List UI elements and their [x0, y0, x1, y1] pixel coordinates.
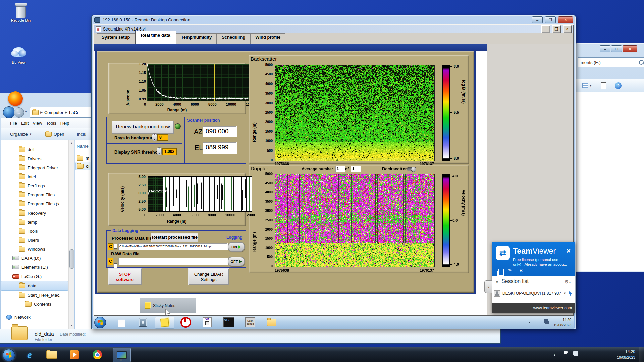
stop-software-button[interactable]: STOPsoftware — [108, 268, 142, 285]
chevron-down-icon[interactable]: ▼ — [563, 292, 566, 295]
scroll-down-icon[interactable]: ▼ — [69, 323, 74, 328]
display-icon[interactable] — [573, 351, 578, 355]
views-button[interactable]: ▼ — [582, 83, 592, 88]
taskbar-explorer[interactable] — [43, 348, 60, 361]
tree-item[interactable]: Drivers — [1, 154, 68, 163]
start-button[interactable] — [3, 349, 15, 361]
taskbar-internet-explorer[interactable]: e — [21, 348, 38, 361]
tree-item[interactable]: Users — [1, 236, 68, 245]
change-lidar-settings-button[interactable]: Change LiDARSettings — [188, 268, 229, 285]
remote-taskbar-control-app[interactable] — [133, 317, 152, 328]
tree-item[interactable]: Windows — [1, 245, 68, 254]
teamviewer-link[interactable]: www.teamviewer.com — [533, 306, 572, 310]
minimize-button[interactable]: – — [532, 16, 543, 23]
maximize-button[interactable]: □ — [611, 45, 622, 52]
tree-item[interactable]: Recovery — [1, 208, 68, 218]
close-icon[interactable]: × — [566, 247, 571, 255]
tree-item[interactable]: Tools — [1, 227, 68, 236]
tree-item[interactable]: Elements (E:) — [1, 263, 68, 272]
gear-icon[interactable]: ⚙▼ — [565, 279, 571, 284]
tree-item[interactable]: Program Files (x — [1, 199, 68, 208]
nav-dropdown-icon[interactable]: ▼ — [25, 110, 28, 113]
tree-item[interactable]: temp — [1, 218, 68, 227]
remote-tray-show-hidden-icon[interactable]: ▲ — [528, 321, 531, 324]
remote-taskbar-scan-sched[interactable]: Scansched — [241, 317, 260, 328]
tree-item[interactable]: Contents — [1, 300, 68, 309]
remote-taskbar-sticky-notes[interactable] — [155, 317, 174, 329]
tree-item[interactable]: Edgeport Driver — [1, 163, 68, 172]
rays-spinner[interactable]: ▲▼ — [152, 133, 157, 141]
tree-item[interactable]: LaCie (G:) — [1, 272, 68, 281]
menu-file[interactable]: File — [8, 121, 19, 126]
average-total-field[interactable]: 1 — [351, 166, 361, 172]
processed-drive-button[interactable]: C — [108, 243, 113, 250]
menu-view[interactable]: View — [31, 121, 44, 126]
menu-edit[interactable]: Edit — [19, 121, 31, 126]
menu-help[interactable]: Help — [58, 121, 71, 126]
tree-item[interactable]: Network — [1, 313, 68, 322]
organize-button[interactable]: Organize — [1, 132, 28, 137]
taskbar-rdp-active[interactable] — [113, 348, 131, 362]
teamviewer-side-tab[interactable]: › — [484, 280, 492, 293]
tab-scheduling[interactable]: Scheduling — [217, 33, 250, 44]
rdp-title-bar[interactable]: 192.168.0.150 - Remote Desktop Connectio… — [92, 15, 576, 24]
tab-temp-humidity[interactable]: Temp/humidity — [176, 33, 217, 44]
breadcrumb[interactable]: ▶ Computer ▶ LaCi — [30, 107, 95, 118]
processed-logging-on-button[interactable]: ON — [228, 242, 245, 252]
menu-tools[interactable]: Tools — [44, 121, 58, 126]
back-button[interactable]: ← — [3, 106, 15, 118]
clock[interactable]: 14:20 19/08/2023 — [617, 349, 635, 360]
scroll-up-icon[interactable]: ▲ — [69, 140, 74, 146]
tab-wind-profile[interactable]: Wind profile — [250, 33, 285, 44]
snr-spinner[interactable]: ▲▼ — [157, 147, 162, 155]
show-hidden-icons[interactable]: ▲ — [553, 353, 556, 357]
firefox-icon[interactable] — [8, 91, 23, 106]
help-icon[interactable]: ? — [615, 82, 622, 89]
tree-item[interactable]: Program Files — [1, 190, 68, 199]
tree-item[interactable]: dell — [1, 145, 68, 154]
forward-button[interactable]: → — [14, 107, 24, 118]
remote-taskbar-terminal[interactable]: C:\_ — [219, 317, 238, 328]
snr-value-field[interactable]: 1.002 — [162, 148, 177, 155]
close-button[interactable]: × — [623, 45, 637, 52]
close-button[interactable]: × — [563, 25, 572, 33]
restore-button[interactable]: ❐ — [552, 25, 561, 33]
remote-taskbar-notepad[interactable] — [112, 317, 131, 328]
new-item-icon[interactable] — [601, 82, 606, 89]
renew-background-button[interactable]: Renew background now — [112, 121, 174, 134]
remote-start-button[interactable] — [94, 317, 106, 328]
tab-system-setup[interactable]: System setup — [97, 33, 135, 44]
az-value-field[interactable]: 090.000 — [203, 126, 237, 137]
raw-logging-off-button[interactable]: OFF — [228, 257, 245, 266]
taskbar-chrome[interactable] — [89, 348, 106, 361]
taskbar-media-player[interactable] — [66, 348, 83, 361]
breadcrumb-item-lacie[interactable]: LaCi — [69, 110, 78, 115]
tree-item[interactable]: Start_Here_Mac. — [1, 291, 68, 300]
close-button[interactable]: × — [558, 16, 573, 23]
tree-scrollbar[interactable]: ▲ ▼ — [68, 140, 74, 329]
collapse-icon[interactable]: « — [520, 267, 523, 274]
desktop-icon-recycle-bin[interactable]: Recycle Bin — [8, 3, 34, 22]
tree-item[interactable]: Intel — [1, 172, 68, 181]
tree-item[interactable]: data — [1, 281, 68, 291]
copy-icon[interactable] — [498, 269, 504, 276]
raw-drive-button[interactable]: C — [108, 258, 113, 265]
average-number-field[interactable]: 1 — [335, 166, 345, 172]
el-value-field[interactable]: 089.999 — [203, 142, 237, 154]
action-center-flag-icon[interactable] — [564, 351, 568, 357]
backscatter-toggle[interactable] — [407, 167, 416, 171]
processed-path-field[interactable]: C:\Lidar\Data\Proc\2023\202308\20230819\… — [118, 243, 228, 250]
desktop-icon-bl-view[interactable]: BL-View — [6, 45, 32, 64]
tree-item[interactable]: DATA (D:) — [1, 254, 68, 263]
tree-item[interactable]: PerfLogs — [1, 181, 68, 190]
rays-value-field[interactable]: 8 — [157, 134, 168, 141]
breadcrumb-item-computer[interactable]: Computer — [44, 110, 63, 115]
collapse-section-icon[interactable]: ▼ — [495, 280, 499, 284]
tab-real-time-data[interactable]: Real time data — [135, 31, 176, 44]
minimize-button[interactable]: – — [541, 25, 550, 33]
restart-processed-file-button[interactable]: Restart processed file — [151, 233, 198, 242]
brush-icon[interactable]: ✎ — [507, 267, 513, 274]
remote-taskbar-stop-app[interactable] — [176, 317, 195, 328]
show-desktop-button[interactable] — [639, 347, 644, 362]
include-in-library-button[interactable]: Inclu — [77, 132, 86, 137]
